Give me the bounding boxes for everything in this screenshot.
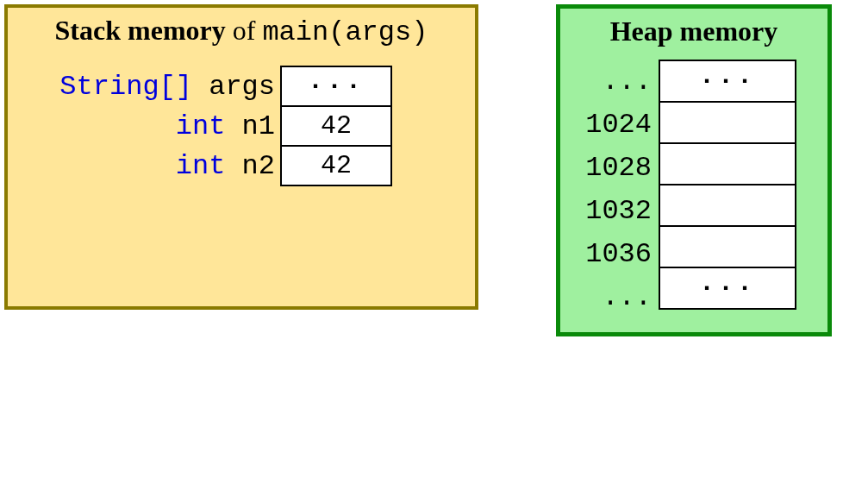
type-keyword: int (176, 150, 226, 182)
heap-cell (659, 142, 796, 185)
heap-addr: ... (574, 275, 652, 318)
stack-title-bold: Stack memory (55, 15, 226, 46)
stack-memory-box: Stack memory of main(args) String[] args… (4, 4, 478, 310)
heap-body: ... 1024 1028 1032 1036 ... ··· ··· (574, 60, 814, 318)
stack-row: int n1 42 (22, 105, 461, 147)
type-keyword: int (176, 110, 226, 142)
heap-cell: ··· (659, 60, 796, 103)
stack-cell: 42 (280, 145, 392, 186)
heap-cells: ··· ··· (659, 60, 796, 308)
heap-cell (659, 225, 796, 268)
stack-var-label: int n2 (176, 150, 280, 182)
heap-cell (659, 184, 796, 227)
stack-row: int n2 42 (22, 145, 461, 186)
var-name: n1 (242, 110, 275, 142)
heap-addr: 1036 (574, 232, 652, 275)
type-keyword: String[] (59, 71, 192, 103)
stack-title-of: of (226, 15, 263, 46)
heap-title-text: Heap memory (610, 16, 778, 47)
heap-addr: 1032 (574, 189, 652, 232)
stack-rows: String[] args ··· int n1 42 int n2 42 (22, 60, 461, 186)
stack-row: String[] args ··· (22, 66, 461, 107)
heap-cell: ··· (659, 267, 796, 310)
stack-title-mono: main(args) (262, 16, 428, 48)
var-name: args (209, 71, 275, 103)
stack-var-label: int n1 (176, 110, 280, 142)
heap-addr: ... (574, 60, 652, 103)
heap-memory-box: Heap memory ... 1024 1028 1032 1036 ... … (556, 4, 832, 336)
heap-addresses: ... 1024 1028 1032 1036 ... (574, 60, 652, 318)
stack-title: Stack memory of main(args) (22, 15, 461, 48)
heap-cell (659, 101, 796, 144)
stack-cell: 42 (280, 105, 392, 147)
stack-cell: ··· (280, 66, 392, 107)
heap-title: Heap memory (574, 16, 814, 47)
memory-diagram: Stack memory of main(args) String[] args… (4, 4, 864, 336)
stack-var-label: String[] args (59, 71, 280, 103)
var-name: n2 (242, 150, 275, 182)
heap-addr: 1028 (574, 146, 652, 189)
heap-addr: 1024 (574, 103, 652, 146)
